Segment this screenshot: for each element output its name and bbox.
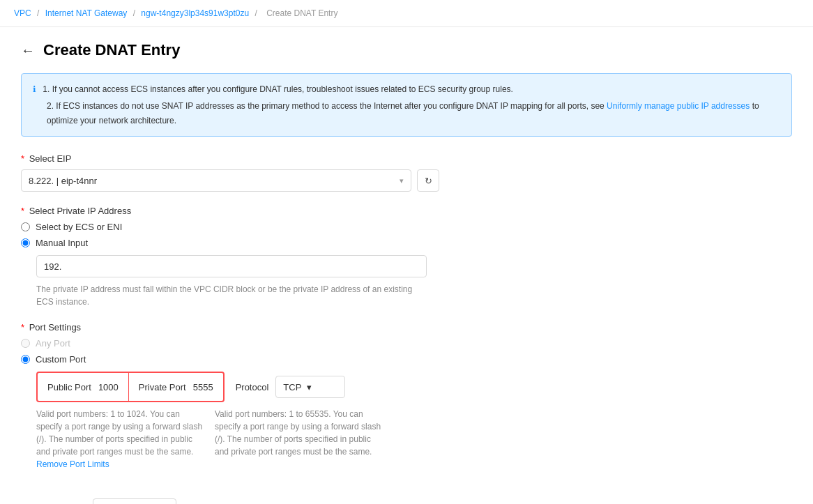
private-ip-label: * Select Private IP Address (21, 206, 792, 216)
custom-port-row: Public Port 1000 Private Port 5555 Proto… (36, 372, 792, 402)
private-port-value: 5555 (193, 382, 213, 392)
info-link[interactable]: Uniformly manage public IP addresses (607, 101, 750, 111)
radio-ecs-label: Select by ECS or ENI (36, 222, 122, 232)
public-port-box: Public Port 1000 (38, 373, 128, 401)
refresh-button[interactable]: ↻ (417, 169, 439, 192)
info-line2: 2. If ECS instances do not use SNAT IP a… (33, 99, 780, 128)
radio-manual[interactable]: Manual Input (21, 238, 792, 248)
radio-ecs-input[interactable] (21, 222, 30, 231)
any-port-label: Any Port (36, 338, 70, 349)
breadcrumb: VPC / Internet NAT Gateway / ngw-t4ngzy3… (0, 0, 813, 27)
manual-ip-hint: The private IP address must fall within … (36, 283, 413, 308)
public-port-hint: Valid port numbers: 1 to 1024. You can s… (36, 408, 204, 471)
chevron-down-icon: ▾ (400, 176, 404, 185)
port-combined-box: Public Port 1000 Private Port 5555 (36, 372, 225, 402)
radio-manual-input[interactable] (21, 238, 30, 247)
eip-label: * Select EIP (21, 153, 792, 164)
private-port-hint: Valid port numbers: 1 to 65535. You can … (215, 408, 382, 471)
protocol-select[interactable]: TCP ▾ (275, 376, 345, 398)
page-header: ← Create DNAT Entry (21, 41, 792, 59)
custom-port-radio[interactable] (21, 355, 30, 364)
public-port-label: Public Port (47, 382, 91, 392)
public-port-value: 1000 (98, 382, 119, 392)
breadcrumb-gateway-id[interactable]: ngw-t4ngzy3lp34s91w3pt0zu (141, 8, 249, 18)
eip-select[interactable]: 8.222. | eip-t4nnr ▾ (21, 169, 411, 192)
any-port-radio (21, 339, 30, 348)
any-port-option: Any Port (21, 338, 792, 349)
breadcrumb-current: Create DNAT Entry (266, 8, 337, 18)
info-line1: ℹ 1. If you cannot access ECS instances … (33, 82, 780, 96)
info-box: ℹ 1. If you cannot access ECS instances … (21, 73, 792, 137)
custom-port-option[interactable]: Custom Port (21, 354, 792, 365)
protocol-chevron-icon: ▾ (307, 382, 312, 392)
eip-section: * Select EIP 8.222. | eip-t4nnr ▾ ↻ (21, 153, 792, 192)
page-title: Create DNAT Entry (43, 41, 180, 59)
protocol-row: Protocol TCP ▾ (236, 376, 346, 398)
refresh-icon: ↻ (425, 176, 432, 186)
breadcrumb-vpc[interactable]: VPC (14, 8, 31, 18)
private-port-box: Private Port 5555 (129, 373, 223, 401)
radio-ecs-eni[interactable]: Select by ECS or ENI (21, 222, 792, 232)
private-ip-section: * Select Private IP Address Select by EC… (21, 206, 792, 308)
eip-select-value: 8.222. | eip-t4nnr (29, 176, 97, 186)
port-hints-row: Valid port numbers: 1 to 1024. You can s… (36, 408, 792, 471)
breadcrumb-nat-gateway[interactable]: Internet NAT Gateway (45, 8, 128, 18)
port-settings-label: * Port Settings (21, 322, 792, 333)
entry-name-input[interactable] (93, 498, 176, 504)
custom-port-label: Custom Port (36, 354, 86, 365)
radio-manual-label: Manual Input (36, 238, 88, 248)
protocol-value: TCP (283, 382, 301, 392)
info-icon: ℹ (33, 84, 36, 94)
port-settings-section: * Port Settings Any Port Custom Port Pub… (21, 322, 792, 471)
back-button[interactable]: ← (21, 43, 35, 59)
manual-ip-field[interactable] (36, 255, 427, 277)
entry-name-section: Entry Name ? (21, 498, 792, 504)
protocol-label: Protocol (236, 382, 269, 392)
remove-port-limits-link[interactable]: Remove Port Limits (36, 459, 109, 469)
private-port-label: Private Port (139, 382, 186, 392)
